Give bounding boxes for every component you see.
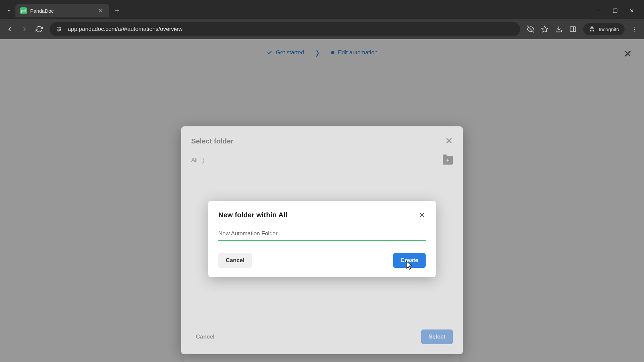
bookmark-star-icon[interactable] (541, 25, 548, 33)
minimize-button[interactable]: — (593, 6, 603, 16)
browser-chrome: pd PandaDoc ✕ + — ❐ ✕ app.pandadoc.com/a… (0, 0, 644, 39)
site-settings-icon[interactable] (56, 26, 62, 32)
reload-button[interactable] (36, 25, 43, 33)
browser-tab-active[interactable]: pd PandaDoc ✕ (15, 4, 109, 17)
svg-marker-7 (542, 26, 548, 32)
back-button[interactable] (6, 25, 13, 33)
svg-rect-8 (570, 27, 576, 32)
page-content: Get started ❭ Edit automation ✕ Cancel S… (0, 39, 644, 362)
svg-point-5 (58, 30, 59, 31)
tab-favicon: pd (20, 7, 27, 14)
window-controls: — ❐ ✕ (593, 6, 640, 16)
url-box[interactable]: app.pandadoc.com/a/#/automations/overvie… (50, 22, 520, 36)
download-icon[interactable] (555, 25, 562, 33)
new-folder-modal: New folder within All ✕ Cancel Create (208, 201, 436, 277)
side-panel-icon[interactable] (569, 25, 577, 33)
tab-search-dropdown[interactable] (4, 6, 13, 15)
close-window-button[interactable]: ✕ (628, 6, 636, 16)
tab-close-icon[interactable]: ✕ (97, 6, 105, 15)
svg-point-4 (60, 29, 61, 30)
maximize-button[interactable]: ❐ (611, 6, 620, 16)
folder-name-input[interactable] (218, 228, 426, 241)
incognito-label: Incognito (599, 26, 619, 32)
forward-button (21, 25, 28, 33)
create-folder-button[interactable]: Create (393, 253, 426, 268)
tab-title: PandaDoc (30, 8, 94, 14)
new-folder-close-icon[interactable]: ✕ (418, 211, 426, 220)
svg-point-3 (58, 27, 59, 28)
tab-bar: pd PandaDoc ✕ + — ❐ ✕ (0, 0, 644, 19)
url-text: app.pandadoc.com/a/#/automations/overvie… (68, 26, 182, 33)
address-bar: app.pandadoc.com/a/#/automations/overvie… (0, 19, 644, 39)
browser-menu-icon[interactable]: ⋮ (631, 25, 638, 33)
incognito-icon (589, 26, 595, 33)
new-folder-cancel-button[interactable]: Cancel (218, 253, 252, 268)
incognito-badge[interactable]: Incognito (583, 23, 625, 35)
new-tab-button[interactable]: + (111, 5, 123, 17)
new-folder-title: New folder within All (218, 211, 287, 219)
eye-off-icon[interactable] (527, 25, 534, 33)
